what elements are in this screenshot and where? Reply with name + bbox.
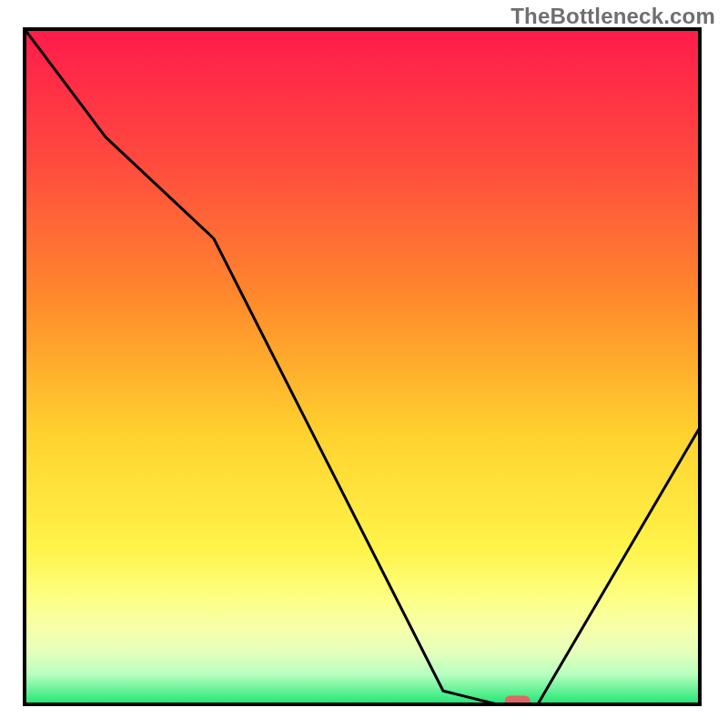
watermark-text: TheBottleneck.com: [511, 4, 715, 29]
chart-container: TheBottleneck.com: [0, 0, 728, 728]
bottleneck-chart: [0, 0, 728, 728]
